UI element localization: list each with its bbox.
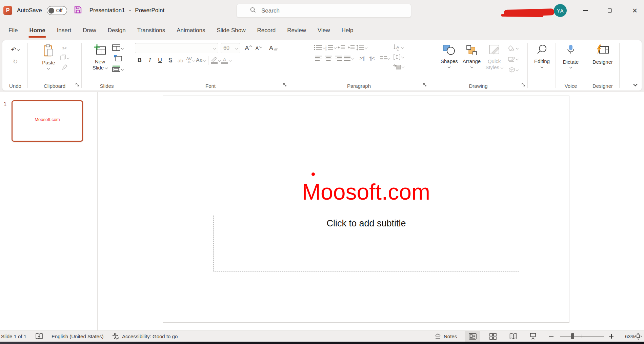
fit-slide-button[interactable] xyxy=(635,331,642,342)
slide-title-text[interactable]: Moosoft.com xyxy=(163,180,569,204)
underline-button[interactable]: U xyxy=(155,56,165,65)
italic-button[interactable]: I xyxy=(145,56,155,65)
cut-button[interactable]: ✂ xyxy=(60,44,69,53)
close-button[interactable]: ✕ xyxy=(626,0,643,21)
font-dialog-launcher[interactable] xyxy=(283,82,287,88)
bullets-button[interactable] xyxy=(314,43,325,52)
numbering-button[interactable]: 123 xyxy=(325,43,336,52)
dictate-icon xyxy=(566,44,576,57)
avatar[interactable]: YA xyxy=(554,4,567,17)
slide-layout-button[interactable] xyxy=(112,44,123,53)
tab-home[interactable]: Home xyxy=(23,21,51,40)
strikethrough-button[interactable]: ab xyxy=(176,56,185,65)
slide-number: 1 xyxy=(3,101,6,108)
editing-button[interactable]: Editing xyxy=(532,43,552,90)
left-to-right-button[interactable]: >¶ xyxy=(358,54,367,63)
convert-to-smartart-button[interactable] xyxy=(393,62,404,71)
status-bar: Slide 1 of 1 English (United States) Acc… xyxy=(0,330,644,342)
text-highlight-color-button[interactable] xyxy=(211,56,221,65)
redo-button[interactable]: ↻ xyxy=(11,57,20,66)
decrease-indent-button[interactable] xyxy=(337,43,346,52)
subtitle-placeholder[interactable]: Click to add subtitle xyxy=(213,215,519,271)
copy-button[interactable] xyxy=(60,54,69,62)
align-right-button[interactable] xyxy=(334,54,343,63)
reading-view-button[interactable] xyxy=(506,331,521,342)
align-center-button[interactable] xyxy=(324,54,334,63)
bold-button[interactable]: B xyxy=(135,56,144,65)
increase-font-size-button[interactable]: A xyxy=(244,44,253,53)
tab-record[interactable]: Record xyxy=(251,21,281,40)
tab-view[interactable]: View xyxy=(312,21,336,40)
font-group-label: Font xyxy=(132,83,289,89)
paragraph-dialog-launcher[interactable] xyxy=(423,82,427,88)
zoom-slider-thumb[interactable] xyxy=(571,333,574,339)
clipboard-dialog-launcher[interactable] xyxy=(76,82,79,88)
tab-animations[interactable]: Animations xyxy=(171,21,211,40)
collapse-ribbon-button[interactable] xyxy=(634,81,637,87)
tab-design[interactable]: Design xyxy=(102,21,132,40)
slide-canvas[interactable]: Moosoft.com Click to add subtitle xyxy=(163,96,569,323)
justify-button[interactable] xyxy=(344,54,354,63)
notes-icon xyxy=(435,333,441,339)
line-spacing-button[interactable] xyxy=(356,43,367,52)
document-name: Presentation1 xyxy=(89,7,125,14)
minimize-button[interactable] xyxy=(577,0,594,21)
font-color-button[interactable]: A xyxy=(221,56,231,65)
tab-transitions[interactable]: Transitions xyxy=(132,21,171,40)
tab-insert[interactable]: Insert xyxy=(51,21,77,40)
restore-button[interactable] xyxy=(601,0,618,21)
autosave-toggle[interactable]: Off xyxy=(47,6,67,15)
reset-slide-button[interactable] xyxy=(112,54,123,63)
clear-formatting-button[interactable]: A xyxy=(268,44,278,53)
change-case-button[interactable]: Aa xyxy=(196,56,206,65)
text-direction-button[interactable]: A xyxy=(393,43,404,52)
decrease-font-size-button[interactable]: A xyxy=(254,44,263,53)
section-button[interactable] xyxy=(112,65,123,74)
tab-slide-show[interactable]: Slide Show xyxy=(211,21,251,40)
shape-fill-button[interactable] xyxy=(508,44,518,53)
avatar-initials: YA xyxy=(557,8,564,14)
notes-button[interactable]: Notes xyxy=(435,331,457,342)
spell-check-button[interactable] xyxy=(35,331,43,342)
drawing-dialog-launcher[interactable] xyxy=(522,82,525,88)
font-name-combobox[interactable] xyxy=(135,43,218,53)
tab-review[interactable]: Review xyxy=(281,21,312,40)
shape-effects-button[interactable] xyxy=(508,65,518,74)
slide-sorter-view-button[interactable] xyxy=(485,331,500,342)
align-text-button[interactable] xyxy=(393,53,404,61)
format-painter-button[interactable] xyxy=(60,63,69,72)
tab-draw[interactable]: Draw xyxy=(77,21,102,40)
character-spacing-button[interactable]: AV↔ xyxy=(186,56,195,65)
save-icon[interactable] xyxy=(74,6,82,15)
text-highlight-icon xyxy=(211,57,218,64)
tab-help[interactable]: Help xyxy=(336,21,359,40)
zoom-level[interactable]: 63% xyxy=(620,331,635,342)
search-icon xyxy=(250,7,256,15)
undo-button[interactable]: ↶ xyxy=(11,45,20,54)
slideshow-view-button[interactable] xyxy=(525,331,540,342)
right-to-left-button[interactable]: ¶< xyxy=(367,54,377,63)
text-shadow-button[interactable]: S xyxy=(165,56,175,65)
quick-styles-icon xyxy=(488,44,500,57)
language-button[interactable]: English (United States) xyxy=(52,331,103,342)
search-input[interactable]: Search xyxy=(237,4,411,18)
shape-outline-button[interactable] xyxy=(508,55,518,63)
tab-file[interactable]: File xyxy=(3,21,23,40)
zoom-out-button[interactable] xyxy=(549,331,554,342)
ribbon-tab-row: File Home Insert Draw Design Transitions… xyxy=(0,21,644,40)
strikethrough-icon: ab xyxy=(178,58,183,63)
columns-button[interactable] xyxy=(380,54,390,63)
clipboard-group: Paste ✂ Clipboard xyxy=(28,40,81,90)
align-left-button[interactable] xyxy=(314,54,324,63)
accessibility-button[interactable]: Accessibility: Good to go xyxy=(112,331,178,342)
font-size-combobox[interactable]: 60 xyxy=(221,43,240,53)
text-shadow-icon: S xyxy=(168,57,172,63)
increase-indent-button[interactable] xyxy=(346,43,356,52)
slide-thumbnail[interactable]: Moosoft.com xyxy=(12,100,83,142)
slides-group-label: Slides xyxy=(82,83,132,89)
normal-view-button[interactable] xyxy=(465,331,480,342)
ribbon-tabs: File Home Insert Draw Design Transitions… xyxy=(3,21,359,40)
zoom-in-button[interactable] xyxy=(609,331,613,342)
drawing-group-label: Drawing xyxy=(429,83,527,89)
accessibility-icon xyxy=(112,333,119,340)
